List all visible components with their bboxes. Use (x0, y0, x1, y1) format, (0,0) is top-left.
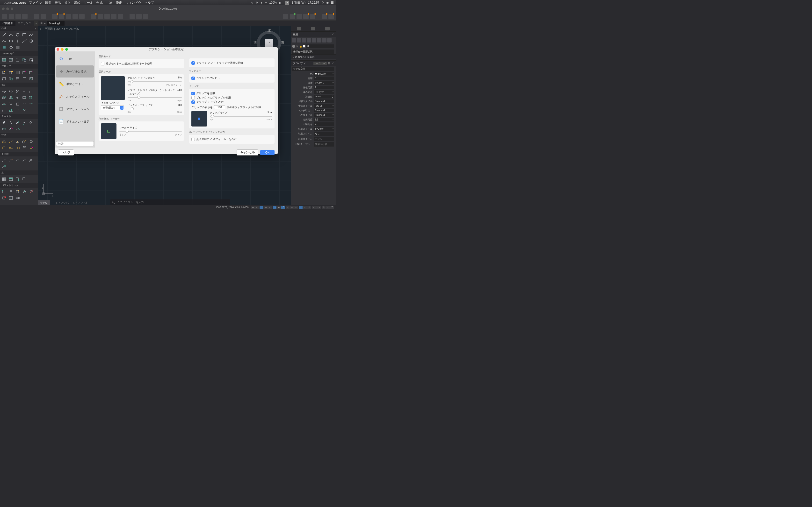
status-custom-icon[interactable]: ☰ (331, 206, 334, 209)
preferences-search-input[interactable] (56, 141, 94, 146)
dim-diameter-tool[interactable] (28, 138, 34, 145)
visual-style-label[interactable]: 2D ワイヤフレーム (56, 27, 79, 31)
show-constraint-tool[interactable] (21, 189, 28, 194)
paste-special-icon[interactable] (79, 14, 85, 19)
geom-constraint-tool[interactable] (1, 189, 7, 194)
status-transparency-icon[interactable]: ▤ (290, 206, 294, 209)
plotstyle2-dropdown[interactable]: なし (314, 131, 334, 136)
dialog-close-icon[interactable] (57, 48, 59, 51)
erase-tool[interactable] (14, 101, 21, 107)
layout1-tab[interactable]: レイアウト1 (54, 201, 71, 205)
popout-icon[interactable]: ⤢ (332, 33, 334, 36)
dimstyle-dropdown[interactable]: ISO-25 (314, 104, 334, 108)
block5-icon[interactable] (118, 14, 123, 19)
rectangle-tool[interactable] (21, 32, 28, 38)
add-layout-icon[interactable]: + (50, 201, 54, 205)
base-tool[interactable] (1, 76, 7, 81)
pickbox-size-slider[interactable] (128, 107, 182, 111)
dim-aligned-tool[interactable] (8, 138, 14, 145)
scale-tool[interactable] (14, 95, 21, 101)
menu-format[interactable]: 形式 (74, 0, 80, 5)
table-link-tool[interactable] (14, 176, 21, 182)
panel-tab-2-icon[interactable] (311, 27, 315, 31)
offset-tool[interactable] (1, 101, 7, 107)
marker-size-slider[interactable] (119, 129, 182, 133)
status-osnap-icon[interactable]: □ (272, 206, 276, 209)
donut-tool[interactable] (28, 38, 34, 44)
create-block-tool[interactable] (8, 69, 14, 75)
layer4-icon[interactable] (303, 14, 309, 19)
menu-dimension[interactable]: 寸法 (106, 0, 112, 5)
polyline-tool[interactable] (28, 32, 34, 38)
constraint-bar-tool[interactable] (14, 195, 21, 201)
mleaderstyle-dropdown[interactable]: Standard (314, 109, 334, 112)
xline-tool[interactable] (21, 38, 28, 44)
plotstyle-dropdown[interactable]: ByColor (314, 127, 334, 131)
block-icon[interactable] (91, 14, 96, 19)
sidebar-look[interactable]: 🖌ルックとフィール (56, 91, 94, 103)
layer-visibility-icon[interactable] (292, 45, 295, 48)
mtext-tool[interactable]: A (1, 120, 7, 125)
props-popout-icon[interactable]: ⤢ (332, 62, 334, 64)
color-dropdown[interactable]: ByLayer (314, 72, 334, 75)
adjust-tool[interactable] (28, 76, 34, 81)
ltscale-field[interactable]: 1 (314, 86, 334, 89)
layer-icon[interactable] (283, 14, 288, 19)
layer-tool-5[interactable] (312, 38, 316, 43)
close-window-icon[interactable] (2, 7, 5, 10)
textstyle-dropdown[interactable]: Standard (314, 100, 334, 103)
date[interactable]: 3月8日(金) (292, 1, 305, 5)
dim-ordinate-tool[interactable] (1, 145, 7, 151)
move-tool[interactable] (1, 89, 7, 94)
menu-modify[interactable]: 修正 (116, 0, 122, 5)
array-tool[interactable] (28, 95, 34, 101)
status-scale[interactable]: 1:1 (316, 206, 321, 209)
textheight-field[interactable]: 2.5 (314, 122, 334, 126)
tab-modeling[interactable]: モデリング (15, 21, 34, 26)
block2-icon[interactable] (98, 14, 103, 19)
annoscale-dropdown[interactable]: 1:1 (314, 118, 334, 121)
clip-tool[interactable] (21, 76, 28, 81)
layer-tool-2[interactable] (297, 38, 301, 43)
tablestyle-dropdown[interactable]: Standard (314, 113, 334, 117)
help-button[interactable]: ヘルプ (58, 150, 74, 156)
dim-edit-tool[interactable] (28, 145, 34, 151)
layout2-tab[interactable]: レイアウト2 (71, 201, 89, 205)
circle-tool[interactable] (14, 32, 21, 38)
layer2-icon[interactable] (290, 14, 295, 19)
mleader-align-tool[interactable] (28, 157, 34, 163)
spell-tool[interactable]: ABC (21, 120, 28, 125)
status-polar-icon[interactable]: ⊕ (264, 206, 268, 209)
tab-collapse-icon[interactable]: « (34, 21, 39, 25)
linetype-dropdown[interactable]: ByLay… (314, 81, 334, 85)
hatch-tool[interactable] (1, 57, 7, 63)
layer-tool-8[interactable] (327, 38, 332, 43)
status-ws-icon[interactable]: ⚙ (322, 206, 325, 209)
sidebar-document[interactable]: 📄ドキュメント設定 (56, 116, 94, 128)
dialog-zoom-icon[interactable] (65, 48, 68, 51)
checkbox-command-preview[interactable]: ✓ (191, 76, 195, 80)
hide-constraint-tool[interactable] (28, 189, 34, 194)
layer-color-swatch[interactable] (303, 45, 305, 48)
auto-constrain-tool[interactable] (14, 189, 21, 194)
layer-tool-7[interactable] (322, 38, 326, 43)
menu-draw[interactable]: 作成 (96, 0, 103, 5)
redo-icon[interactable] (41, 14, 46, 19)
viewcube-north[interactable]: 北 (267, 29, 271, 33)
tab-sakuzu[interactable]: 作図補助 (0, 21, 15, 26)
pan-icon[interactable] (130, 14, 135, 19)
siri-icon[interactable]: ◉ (326, 1, 329, 4)
crosshair-length-slider[interactable] (128, 80, 182, 83)
dim-style-tool[interactable] (21, 145, 28, 151)
stretch-tool[interactable] (21, 95, 28, 101)
xref-icon[interactable] (322, 14, 327, 19)
checkbox-block-grip[interactable] (191, 96, 195, 100)
dim-baseline-tool[interactable] (8, 145, 14, 151)
new-icon[interactable] (2, 14, 7, 19)
status-annomon-icon[interactable]: ⚠ (307, 206, 311, 209)
layer-tool-4[interactable] (307, 38, 311, 43)
sidebar-application[interactable]: ❐アプリケーション (56, 103, 94, 115)
print-icon[interactable] (22, 14, 28, 19)
menu-file[interactable]: ファイル (29, 0, 42, 5)
table-tool[interactable] (1, 176, 7, 182)
